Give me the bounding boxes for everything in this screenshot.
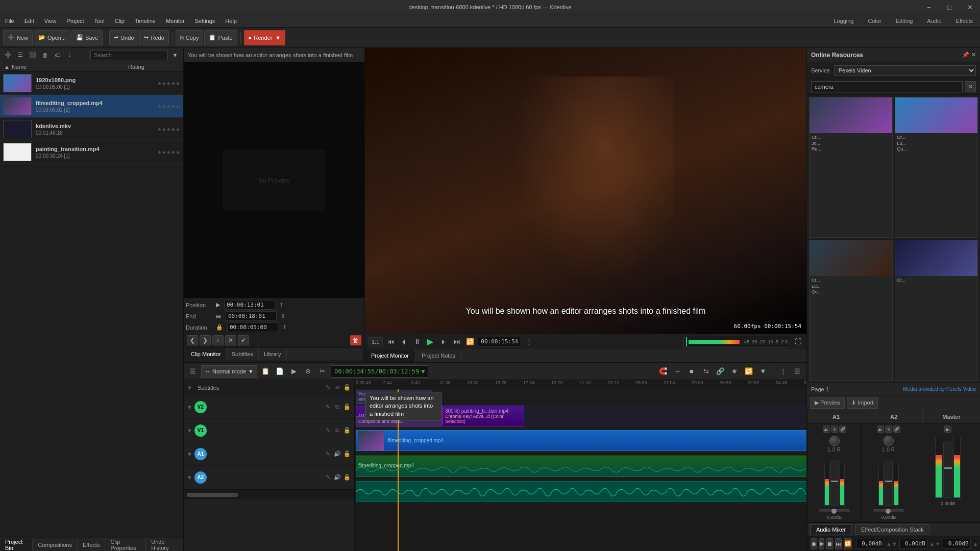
render-button[interactable]: ● Render ▼ — [244, 30, 286, 45]
next-frame-button[interactable]: ❯ — [200, 335, 211, 345]
tl-more-button[interactable]: ⋮ — [777, 365, 789, 378]
link-button[interactable]: 🔗 — [714, 365, 726, 378]
a1-lock-icon[interactable]: 🔓 — [343, 450, 351, 458]
master-fader-handle[interactable] — [943, 442, 952, 498]
timeline-ruler[interactable]: 2:05:48 7:44 9:40 11:36 13:32 15:28 17:2… — [355, 380, 806, 389]
star-button[interactable]: ★ — [728, 365, 741, 378]
bin-item-painting[interactable]: painting_transition.mp4 00:00:30:24 [1] … — [0, 141, 183, 164]
rp-close-icon[interactable]: ✕ — [971, 52, 976, 58]
expand-a2[interactable]: ▼ — [187, 474, 192, 481]
expand-v1[interactable]: ▼ — [187, 428, 192, 434]
v2-edit-icon[interactable]: ✎ — [324, 403, 332, 411]
name-column-header[interactable]: ▲ Name — [4, 64, 128, 70]
a2-fader-handle[interactable] — [885, 460, 893, 506]
loop-tl-button[interactable]: 🔁 — [743, 365, 755, 378]
clip-v2-painting[interactable]: 300%) painting_tr...tion.mp4 Chroma Key:… — [443, 406, 524, 427]
timeline-scrollbar[interactable] — [187, 493, 238, 497]
rp-clear-button[interactable]: ✕ — [965, 81, 976, 92]
ripple-button[interactable]: ↔ — [671, 365, 683, 378]
a1-edit-icon[interactable]: ✎ — [324, 450, 332, 458]
open-button[interactable]: 📂 Open... — [34, 30, 70, 45]
group-button[interactable]: 📋 — [259, 365, 272, 378]
a2-chain-icon[interactable]: 🔗 — [893, 425, 900, 433]
a2-mute-icon[interactable]: 🔊 — [333, 473, 341, 482]
razor-button[interactable]: ✂ — [316, 365, 329, 378]
a1-pan-slider[interactable] — [819, 509, 850, 512]
tl-grid-button[interactable]: ☰ — [791, 365, 803, 378]
menu-settings[interactable]: Settings — [190, 14, 220, 27]
tab-undo-history[interactable]: Undo History — [146, 539, 183, 551]
a2-vol-icon[interactable]: 🔈 — [877, 425, 884, 433]
next-button[interactable]: ⏵ — [438, 336, 449, 347]
move-button[interactable]: ⇆ — [700, 365, 712, 378]
set-in-button[interactable]: ⏮ — [385, 336, 396, 347]
tab-library[interactable]: Library — [259, 348, 287, 360]
rating-stars[interactable]: ★★★★★ — [157, 127, 180, 132]
menu-clip[interactable]: Clip — [110, 14, 130, 27]
settings-tl-button[interactable]: ▼ — [757, 365, 769, 378]
rp-pin-icon[interactable]: 📌 — [962, 52, 969, 58]
tab-compositions[interactable]: Compositions — [33, 539, 78, 551]
tab-project-bin[interactable]: Project Bin — [0, 539, 33, 551]
ws-tab-color[interactable]: Color — [861, 14, 888, 28]
tab-subtitles[interactable]: Subtitles — [227, 348, 259, 360]
loop-button[interactable]: 🔁 — [464, 336, 476, 347]
rp-result-2[interactable]: Cr...Lu...Qu... — [895, 97, 978, 238]
v2-compose-icon[interactable]: ⧉ — [333, 403, 341, 411]
stop-button[interactable]: ⏸ — [411, 336, 423, 347]
new-button[interactable]: ➕ New — [3, 30, 33, 45]
am-db-input-a1[interactable] — [856, 539, 884, 549]
add-clip-button[interactable]: + — [212, 335, 224, 345]
timeline-menu-button[interactable]: ☰ — [187, 365, 199, 378]
am-db-input-master[interactable] — [943, 539, 971, 549]
menu-monitor[interactable]: Monitor — [161, 14, 190, 27]
am-loop-button[interactable]: 🔁 — [844, 538, 852, 549]
tab-effect-stack[interactable]: Effect/Composition Stack — [855, 524, 929, 535]
more-options-button[interactable]: ⋮ — [523, 336, 534, 347]
timeline-current-time[interactable]: 00:00:34:55 / 00:03:12:59 ▼ — [331, 365, 428, 378]
a1-fader-handle[interactable] — [830, 460, 839, 506]
v2-lock-icon[interactable]: 🔓 — [343, 403, 351, 411]
delete-button[interactable]: 🗑 — [40, 50, 50, 60]
v1-compose-icon[interactable]: ⧉ — [333, 427, 341, 435]
fullscreen-button[interactable]: ⛶ — [792, 336, 803, 347]
clip-v2-composite[interactable]: Composite and trans... — [356, 416, 442, 427]
import-button[interactable]: ⬇ Import — [847, 397, 878, 409]
a2-pan-slider[interactable] — [873, 509, 904, 512]
icon-view-button[interactable]: ⬛ — [28, 50, 38, 60]
prev-frame-button[interactable]: ❮ — [187, 335, 198, 345]
list-view-button[interactable]: ☰ — [15, 50, 26, 60]
rating-stars[interactable]: ★★★★★ — [157, 104, 180, 109]
rating-stars[interactable]: ★★★★★ — [157, 149, 180, 155]
delete-zone-button[interactable]: 🗑 — [350, 335, 361, 345]
end-time[interactable]: 00:00:18:01 — [226, 311, 277, 321]
minimize-button[interactable]: − — [919, 0, 939, 14]
subtitle-lock-icon[interactable]: 🔓 — [343, 384, 351, 392]
maximize-button[interactable]: □ — [939, 0, 960, 14]
menu-edit[interactable]: Edit — [19, 14, 39, 27]
clip-a1-audio[interactable]: filmediting_cropped.mp4 — [356, 456, 806, 477]
search-options-button[interactable]: ▼ — [170, 50, 180, 60]
add-track-button[interactable]: ⊕ — [302, 365, 314, 378]
timeline-mode-selector[interactable]: ↔ Normal mode ▼ — [201, 365, 257, 378]
service-selector[interactable]: Pexels Video — [834, 65, 976, 76]
menu-help[interactable]: Help — [220, 14, 242, 27]
play-button-tl[interactable]: ▶ — [288, 365, 300, 378]
pm-current-time[interactable]: 00:00:15:54 — [478, 337, 521, 346]
a1-vol-icon[interactable]: 🔈 — [823, 425, 830, 433]
tab-project-notes[interactable]: Project Notes — [415, 349, 462, 362]
a2-edit-icon[interactable]: ✎ — [324, 473, 332, 482]
preview-button[interactable]: ▶ Preview — [810, 397, 845, 409]
bin-item-1920[interactable]: 980x551.png 00:00:05:00 [1] ★★★★★ — [0, 72, 183, 95]
ws-tab-effects[interactable]: Effects — [949, 14, 980, 28]
confirm-button[interactable]: ✔ — [238, 335, 249, 345]
clip-v1-filmediting[interactable]: filmediting_cropped.mp4 — [356, 430, 806, 452]
search-input[interactable] — [90, 50, 168, 60]
am-play-button[interactable]: ▶ — [819, 538, 824, 549]
expand-a1[interactable]: ▼ — [187, 451, 192, 457]
rp-result-3[interactable]: Cr...Lu...Qu... — [809, 240, 893, 381]
menu-tool[interactable]: Tool — [89, 14, 110, 27]
a2-knob[interactable] — [884, 436, 894, 446]
menu-view[interactable]: View — [39, 14, 62, 27]
menu-project[interactable]: Project — [61, 14, 89, 27]
